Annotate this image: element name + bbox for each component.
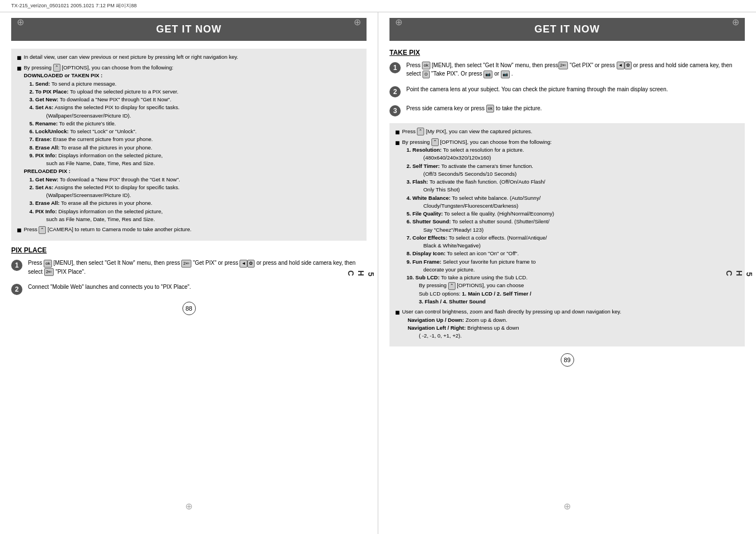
camera-icon: ⌃ xyxy=(39,226,46,234)
left-page: ⊕ ⊕ GET IT NOW ■ In detail view, user ca… xyxy=(0,12,378,534)
right-page-num: 89 xyxy=(561,353,574,367)
crosshair-tr: ⊕ xyxy=(354,17,361,27)
bullet-text-1: In detail view, user can view previous o… xyxy=(24,53,361,61)
left-bullet-section: ■ In detail view, user can view previous… xyxy=(11,49,367,241)
getpix-icon-r: 2⇐ xyxy=(558,62,568,69)
options-icon: ⌃ xyxy=(53,64,60,72)
cam-icon-2: ✿ xyxy=(247,260,255,268)
bullet-dot: ■ xyxy=(17,54,21,62)
rbullet-text-2: By pressing ⌃ [OPTIONS], you can choose … xyxy=(402,138,739,306)
rbullet-dot-3: ■ xyxy=(395,308,400,316)
right-step-2-text: Point the camera lens at your subject. Y… xyxy=(406,85,668,93)
press-icon-2: 📷 xyxy=(501,71,510,78)
ok-icon-r2: ok xyxy=(486,105,494,113)
right-step-1-text: Press ok [MENU], then select "Get It Now… xyxy=(406,61,745,78)
left-side-label: C H 5 xyxy=(346,270,375,277)
step-2-container: 2 Connect "Mobile Web" launches and conn… xyxy=(11,283,367,295)
getpix-icon: 2⇐ xyxy=(181,260,191,268)
rbullet-dot-1: ■ xyxy=(395,128,400,136)
ok-icon-r: ok xyxy=(422,62,430,69)
cam-icon-r: ✿ xyxy=(624,62,632,69)
pix-place-section: PIX PLACE 1 Press ok [MENU], then select… xyxy=(11,246,367,295)
step-2-text: Connect "Mobile Web" launches and connec… xyxy=(28,283,191,291)
mypix-icon: ⌃ xyxy=(417,128,424,135)
left-page-num: 88 xyxy=(182,302,196,315)
right-step-1: 1 Press ok [MENU], then select "Get It N… xyxy=(389,61,745,78)
nav-icon-r: ◄ xyxy=(617,62,624,69)
options-icon-r: ⌃ xyxy=(431,138,439,146)
bullet-dot-2: ■ xyxy=(17,64,21,72)
rbullet-2: ■ By pressing ⌃ [OPTIONS], you can choos… xyxy=(395,138,739,306)
options-sub-icon: ⌃ xyxy=(448,282,456,290)
nav-icon: ◄ xyxy=(240,260,247,268)
crosshair-tr-rr: ⊕ xyxy=(732,17,739,27)
rbullet-3: ■ User can control brightness, zoom and … xyxy=(395,308,739,340)
right-side-label: C H 5 xyxy=(725,270,754,277)
left-page-title: GET IT NOW xyxy=(11,18,367,41)
pixplace-icon: 2⇐ xyxy=(44,268,54,276)
crosshair-tr-r: ⊕ xyxy=(395,17,402,27)
step-1-text: Press ok [MENU], then select "Get It Now… xyxy=(28,259,367,276)
crosshair-tl: ⊕ xyxy=(17,17,24,27)
bullet-dot-3: ■ xyxy=(17,226,21,234)
pix-place-label: PIX PLACE xyxy=(11,246,367,254)
bullet-text-2: By pressing ⌃ [OPTIONS], you can choose … xyxy=(24,64,361,223)
take-pix-label: TAKE PIX xyxy=(389,49,745,57)
right-step-2-num: 2 xyxy=(389,86,401,97)
step-2-num: 2 xyxy=(11,284,22,295)
rbullet-text-1: Press ⌃ [My PIX], you can view the captu… xyxy=(402,128,739,135)
right-step-3-num: 3 xyxy=(389,105,401,116)
right-step-1-num: 1 xyxy=(389,62,401,73)
press-icon-1: 📷 xyxy=(483,71,492,78)
right-page-title: GET IT NOW xyxy=(389,18,745,41)
crosshair-bottom-r: ⊕ xyxy=(564,501,571,512)
right-page: ⊕ ⊕ GET IT NOW TAKE PIX 1 Press ok [MENU… xyxy=(378,12,756,534)
takepix-icon: ⊙ xyxy=(422,71,430,78)
bullet-text-3: Press ⌃ [CAMERA] to return to Camera mod… xyxy=(24,226,361,233)
ok-icon: ok xyxy=(44,260,51,268)
bullet-item-2: ■ By pressing ⌃ [OPTIONS], you can choos… xyxy=(17,64,361,223)
right-step-3: 3 Press side camera key or press ok to t… xyxy=(389,104,745,116)
step-1-container: 1 Press ok [MENU], then select "Get It N… xyxy=(11,259,367,276)
bullet-item-1: ■ In detail view, user can view previous… xyxy=(17,53,361,62)
top-bar: TX-215_verizon_0501021 2005.1021 7:12 PM… xyxy=(0,0,756,12)
right-bullet-section: ■ Press ⌃ [My PIX], you can view the cap… xyxy=(389,123,745,347)
crosshair-bottom: ⊕ xyxy=(185,501,192,512)
rbullet-1: ■ Press ⌃ [My PIX], you can view the cap… xyxy=(395,128,739,136)
right-step-2: 2 Point the camera lens at your subject.… xyxy=(389,85,745,97)
rbullet-dot-2: ■ xyxy=(395,139,400,147)
step-1-num: 1 xyxy=(11,260,22,271)
top-bar-text: TX-215_verizon_0501021 2005.1021 7:12 PM… xyxy=(11,3,137,8)
bullet-item-3: ■ Press ⌃ [CAMERA] to return to Camera m… xyxy=(17,226,361,234)
right-step-3-text: Press side camera key or press ok to tak… xyxy=(406,104,542,113)
rbullet-text-3: User can control brightness, zoom and fl… xyxy=(402,308,739,340)
